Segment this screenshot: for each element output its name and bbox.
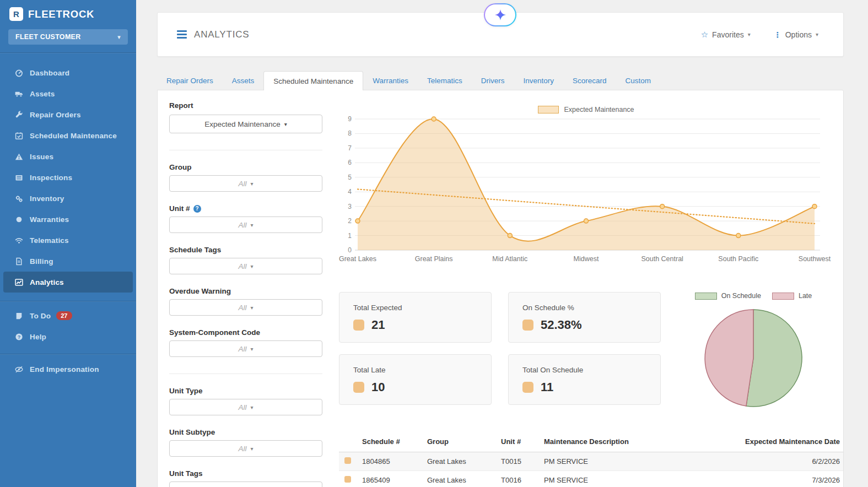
sidebar-item-billing[interactable]: Billing [3, 251, 133, 272]
sidebar-item-label: Inventory [30, 194, 64, 203]
fleetrock-logo[interactable]: R FLEETROCK [0, 0, 136, 28]
tab-repair-orders[interactable]: Repair Orders [157, 71, 223, 90]
inventory-icon [14, 194, 24, 203]
stat-card-total-late: Total Late 10 [339, 354, 492, 405]
sidebar-item-help[interactable]: ?Help [3, 326, 133, 347]
table-row[interactable]: 1865409Great LakesT0016PM SERVICE7/3/202… [339, 471, 843, 487]
col-header-group: Group [424, 431, 498, 452]
tab-scheduled-maintenance[interactable]: Scheduled Maintenance [263, 71, 363, 90]
stat-color-square [522, 382, 533, 393]
tab-assets[interactable]: Assets [223, 71, 264, 90]
sidebar-item-inspections[interactable]: Inspections [3, 167, 133, 188]
stat-label: Total Late [353, 366, 477, 374]
sidebar-item-label: Repair Orders [30, 111, 81, 119]
stat-color-square [353, 320, 364, 331]
area-chart-canvas: 0123456789Great LakesGreat PlainsMid Atl… [336, 100, 843, 266]
billing-icon [14, 257, 24, 266]
options-button[interactable]: ⋮ Options ▾ [774, 30, 818, 39]
svg-text:Southwest: Southwest [799, 255, 831, 263]
analytics-icon [14, 278, 24, 286]
end-impersonation-icon [14, 365, 24, 374]
sidebar-item-dashboard[interactable]: Dashboard [3, 62, 133, 83]
chevron-down-icon: ▾ [250, 346, 253, 352]
unit-tags-select[interactable]: All▾ [169, 481, 322, 487]
tab-telematics[interactable]: Telematics [418, 71, 472, 90]
sidebar-tools-menu: To Do27?Help [0, 301, 136, 347]
tab-scorecard[interactable]: Scorecard [563, 71, 616, 90]
tab-warranties[interactable]: Warranties [363, 71, 418, 90]
filter-label: Unit Subtype [169, 428, 322, 436]
tab-custom[interactable]: Custom [616, 71, 661, 90]
table-cell: T0015 [498, 452, 541, 471]
page-title: ANALYTICS [194, 29, 249, 40]
sidebar-item-to-do[interactable]: To Do27 [3, 305, 133, 326]
fleet-customer-selector[interactable]: FLEET CUSTOMER ▾ [8, 29, 128, 45]
sidebar-item-inventory[interactable]: Inventory [3, 188, 133, 209]
stat-label: Total Expected [353, 304, 477, 312]
repair-orders-icon [14, 111, 24, 119]
sidebar-item-end-impersonation[interactable]: End Impersonation [3, 359, 133, 380]
filter-panel: Report Expected Maintenance ▾ GroupAll▾U… [169, 101, 322, 487]
chevron-down-icon: ▾ [117, 34, 121, 41]
unit-select[interactable]: All▾ [169, 217, 322, 233]
expected-maintenance-chart: Expected Maintenance 0123456789Great Lak… [336, 100, 843, 271]
ai-assistant-button[interactable] [484, 3, 516, 26]
sidebar-item-scheduled-maintenance[interactable]: Scheduled Maintenance [3, 125, 133, 146]
report-select-value: Expected Maintenance [204, 120, 280, 128]
filter-group: GroupAll▾ [169, 163, 322, 192]
svg-text:Great Lakes: Great Lakes [339, 255, 376, 263]
filter-label: Unit Tags [169, 469, 322, 478]
group-select[interactable]: All▾ [169, 175, 322, 192]
report-select[interactable]: Expected Maintenance ▾ [169, 115, 322, 133]
to-do-icon [14, 312, 24, 320]
unit-subtype-select[interactable]: All▾ [169, 440, 322, 457]
stat-card-total-on-schedule: Total On Schedule 11 [508, 354, 661, 405]
sidebar-item-issues[interactable]: Issues [3, 146, 133, 167]
table-cell: 1804865 [359, 452, 424, 471]
warranties-icon [14, 215, 24, 224]
svg-text:0: 0 [348, 246, 352, 254]
on-schedule-swatch [695, 293, 717, 300]
sidebar-item-telematics[interactable]: Telematics [3, 230, 133, 251]
svg-text:8: 8 [348, 129, 352, 137]
favorites-button[interactable]: ☆ Favorites ▾ [701, 30, 751, 40]
sidebar-item-label: Dashboard [30, 69, 69, 77]
sidebar-item-analytics[interactable]: Analytics [3, 272, 133, 293]
unit-type-select[interactable]: All▾ [169, 399, 322, 415]
chevron-down-icon: ▾ [250, 446, 253, 452]
fleetrock-logo-icon: R [9, 7, 23, 21]
tab-bar: Repair OrdersAssetsScheduled Maintenance… [157, 71, 660, 90]
row-status-bullet [344, 457, 351, 464]
tab-inventory[interactable]: Inventory [514, 71, 563, 90]
svg-text:Midwest: Midwest [574, 255, 599, 263]
sidebar-item-label: End Impersonation [30, 365, 99, 374]
sidebar-item-assets[interactable]: Assets [3, 83, 133, 104]
chevron-down-icon: ▾ [250, 222, 253, 228]
stat-card-total-expected: Total Expected 21 [339, 292, 492, 343]
filter-unit-type: Unit TypeAll▾ [169, 387, 322, 415]
schedule-tags-select[interactable]: All▾ [169, 258, 322, 274]
options-label: Options [785, 30, 812, 39]
table-cell: PM SERVICE [541, 471, 731, 487]
fleetrock-logo-text: FLEETROCK [28, 8, 94, 20]
chevron-down-icon: ▾ [250, 181, 253, 187]
filter-schedule-tags: Schedule TagsAll▾ [169, 246, 322, 274]
filter-label: System-Component Code [169, 328, 322, 337]
overdue-warning-select[interactable]: All▾ [169, 299, 322, 316]
chevron-down-icon: ▾ [250, 305, 253, 311]
system-component-code-select[interactable]: All▾ [169, 340, 322, 357]
help-icon[interactable]: ? [193, 205, 201, 213]
select-value: All [238, 403, 246, 412]
svg-text:9: 9 [348, 115, 352, 123]
sidebar-item-warranties[interactable]: Warranties [3, 209, 133, 230]
sidebar-item-repair-orders[interactable]: Repair Orders [3, 104, 133, 125]
filter-label: Unit # ? [169, 204, 322, 213]
tab-drivers[interactable]: Drivers [472, 71, 514, 90]
sidebar-menu: DashboardAssetsRepair OrdersScheduled Ma… [0, 53, 136, 293]
table-cell: 1865409 [359, 471, 424, 487]
stat-value: 10 [371, 380, 385, 394]
row-status-bullet [344, 476, 351, 483]
menu-toggle-button[interactable] [177, 30, 187, 39]
table-row[interactable]: 1804865Great LakesT0015PM SERVICE6/2/202… [339, 452, 843, 471]
chevron-down-icon: ▾ [748, 31, 751, 37]
